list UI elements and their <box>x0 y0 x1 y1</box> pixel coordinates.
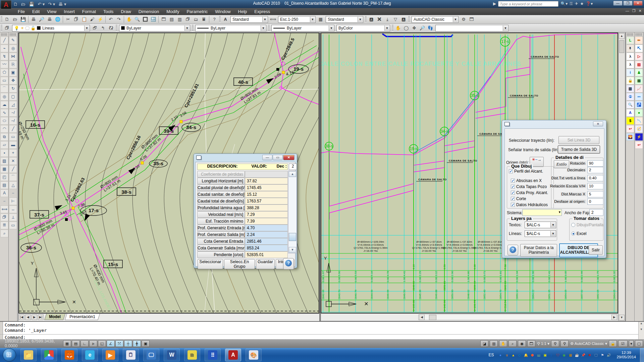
make-current-icon[interactable]: 🗗 <box>91 25 99 32</box>
status-osnap-toggle[interactable]: ◱ <box>98 340 106 347</box>
ancho-faja-input[interactable]: 2 <box>589 209 603 216</box>
new-icon[interactable]: 🗋 <box>3 16 11 23</box>
tab-presentacion1[interactable]: Presentación1 <box>65 314 100 320</box>
tray-action-center-icon[interactable]: ⚑ <box>600 353 605 358</box>
annotation-1-icon[interactable]: 🅰 <box>368 16 375 23</box>
taskbar-word[interactable]: W <box>164 349 180 361</box>
lineas-combo[interactable]: $ALC-s▼ <box>525 230 556 237</box>
tray-nvidia-icon[interactable]: ◉ <box>561 353 567 358</box>
annotation-2-icon[interactable]: 🗙 <box>376 16 383 23</box>
dialog-system-icon[interactable] <box>196 156 201 160</box>
tool-vcol2-1-icon[interactable]: ◎ <box>9 45 17 52</box>
tool-vcol1-6-icon[interactable]: ⌒ <box>0 85 8 93</box>
dim-style-icon[interactable]: ⟺ <box>269 16 277 23</box>
show-motion[interactable]: 🗔 <box>527 340 535 347</box>
tray-app1-icon[interactable]: ▦ <box>568 353 573 358</box>
menu-parametric[interactable]: Parametric <box>183 8 211 15</box>
table-style-combo[interactable]: Standard▼ <box>326 16 363 23</box>
annotation-combo[interactable]: ▼ <box>435 25 508 32</box>
save-icon[interactable]: 💾 <box>19 16 27 23</box>
lineweight-combo[interactable]: ByLayer▼ <box>271 25 334 32</box>
tramo-salida-3d-button[interactable]: Tramo de Salida 3D <box>558 145 600 154</box>
field-input[interactable]: 10 <box>587 183 603 189</box>
custom-tool-vcol3-2-icon[interactable]: λ <box>626 53 634 60</box>
scroll-thumb[interactable] <box>429 315 436 320</box>
tool-vcol1-1-icon[interactable]: ⌁ <box>0 45 8 52</box>
tool-vcol1-7-icon[interactable]: ◎ <box>0 93 8 101</box>
publish-icon[interactable]: 🖶 <box>46 16 53 23</box>
custom-tool-vcol4-10-icon[interactable]: 📉 <box>635 117 643 125</box>
help-button[interactable]: ? <box>283 258 294 269</box>
toolbar-grip[interactable] <box>268 25 270 32</box>
status-lwt-toggle[interactable]: ▣ <box>142 340 150 347</box>
show-desktop-button[interactable] <box>640 348 644 362</box>
auto-annotation[interactable]: ⚲ <box>560 340 569 347</box>
sistema-combo[interactable]: ▼ <box>522 209 562 216</box>
custom-tool-vcol3-12-icon[interactable]: 🌄 <box>626 133 634 141</box>
estilo-button[interactable]: Estilo <box>554 160 569 168</box>
dialog-restore-button[interactable]: ▭ <box>273 155 283 160</box>
tab-prev-button[interactable]: ◀ <box>25 314 31 320</box>
scroll-up-icon[interactable]: ▲ <box>289 171 296 177</box>
paste-icon[interactable]: 📋 <box>80 16 88 23</box>
tool-vcol2-0-icon[interactable]: ✎ <box>9 37 17 44</box>
vertical-scrollbar[interactable]: ▲ ▼ <box>618 33 625 321</box>
status-dynamic-ucs-toggle[interactable]: ∠ <box>107 340 115 347</box>
tool-vcol2-20-icon[interactable]: ⊢ <box>9 197 17 205</box>
tool-vcol1-20-icon[interactable]: ⎯ <box>0 197 8 205</box>
expand-icon[interactable]: ▶ <box>493 1 496 6</box>
plotstyle-combo[interactable]: ByColor▼ <box>336 25 390 32</box>
toolbar-grip[interactable] <box>219 16 221 23</box>
custom-tool-vcol4-2-icon[interactable]: ▷ <box>635 53 643 60</box>
row-value[interactable]: 388.28 <box>245 204 288 211</box>
custom-tool-vcol3-1-icon[interactable]: 🖈 <box>626 45 634 52</box>
pan2-icon[interactable]: ✋ <box>394 25 402 32</box>
decimals-input[interactable]: 2 <box>289 164 297 170</box>
color-combo[interactable]: ByLayer▼ <box>119 25 190 32</box>
custom-tool-vcol3-3-icon[interactable]: λ <box>626 61 634 68</box>
checkbox-datos-hidr-ulicos[interactable]: ✓Datos Hidráulicos <box>511 202 548 207</box>
row-value[interactable]: 52835.01 <box>245 251 288 258</box>
status-grid-toggle[interactable]: ▤ <box>72 340 80 347</box>
taskbar-chrome[interactable]: ● <box>41 349 57 361</box>
quickcalc-icon[interactable]: 🖩 <box>200 16 208 23</box>
status-otrack-toggle[interactable]: ⤱ <box>115 340 123 347</box>
quickview-layouts[interactable]: ▥ <box>490 340 498 347</box>
custom-tool-vcol4-5-icon[interactable]: ▩ <box>635 77 643 84</box>
text-style-icon[interactable]: 𝐀 <box>222 16 229 23</box>
tool-vcol2-12-icon[interactable]: ▭ <box>9 133 17 141</box>
textos-combo[interactable]: $ALC-s▼ <box>525 222 556 228</box>
steering-wheel[interactable]: ◉ <box>518 340 526 347</box>
menu-dimension[interactable]: Dimension <box>135 8 163 15</box>
status-tray[interactable]: ☑ <box>618 340 628 347</box>
search-icon[interactable]: 🔍▾ <box>560 1 568 6</box>
tray-cube-icon[interactable]: ▣ <box>542 353 547 358</box>
autocad-logo-icon[interactable]: A <box>1 0 11 9</box>
tool-vcol1-19-icon[interactable]: A <box>0 189 8 197</box>
custom-tool-vcol4-12-icon[interactable]: ⚡ <box>635 133 643 141</box>
scroll-thumb[interactable] <box>619 40 624 53</box>
tool-vcol2-2-icon[interactable]: ⋈ <box>9 53 17 60</box>
tool-vcol1-8-icon[interactable]: ☁ <box>0 101 8 109</box>
tray-java-icon[interactable]: ☕ <box>574 353 579 358</box>
3ddwf-icon[interactable]: 🌐 <box>54 16 61 23</box>
row-value[interactable]: 2.24 <box>245 231 288 238</box>
command-scrollbar[interactable]: ▲▼ <box>638 322 644 339</box>
row-value[interactable]: 853.24 <box>245 245 288 251</box>
tool-palettes-icon[interactable]: ▥ <box>176 16 183 23</box>
help-icon[interactable]: ❓▾ <box>586 1 593 6</box>
command-line[interactable]: Command:Command: '_Layer Command: ▲▼ <box>0 321 644 339</box>
restore-button[interactable]: ❐ <box>623 1 633 6</box>
annotation-visibility[interactable]: ⚲ <box>551 340 559 347</box>
clean-screen-icon[interactable]: 🗖 <box>468 16 475 23</box>
row-value[interactable]: 7.29 <box>245 211 288 218</box>
toolbar-grip[interactable] <box>1 25 2 32</box>
tab-last-button[interactable]: ▶| <box>38 314 44 320</box>
checkbox-corte[interactable]: ✓Corte <box>511 196 526 201</box>
help-icon[interactable]: ? <box>211 16 218 23</box>
tray-alerts-icon[interactable]: 🔔 <box>523 353 528 358</box>
tool-vcol2-14-icon[interactable]: + <box>9 149 17 157</box>
tool-vcol2-8-icon[interactable]: ◿ <box>9 101 17 109</box>
tab-next-button[interactable]: ▶ <box>32 314 37 320</box>
custom-tool-vcol3-8-icon[interactable]: 🔍 <box>626 101 634 109</box>
